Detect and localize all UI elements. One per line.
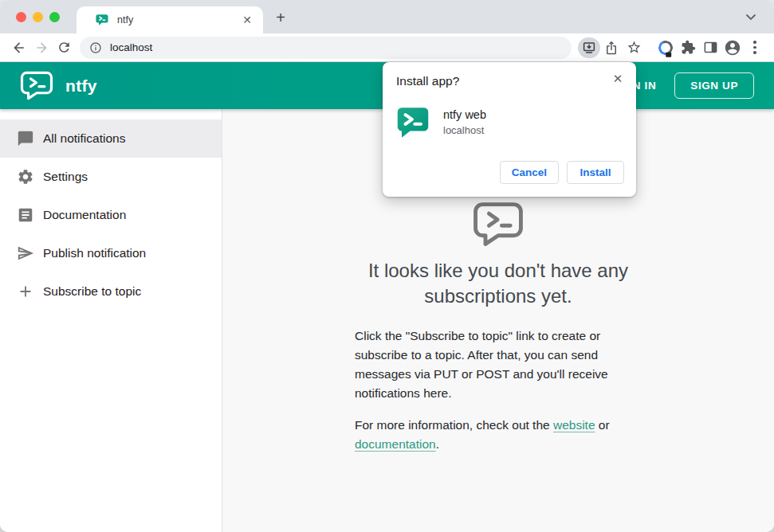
documentation-link[interactable]: documentation — [355, 437, 436, 451]
sidebar-item-publish-notification[interactable]: Publish notification — [0, 234, 222, 272]
sign-up-button[interactable]: SIGN UP — [674, 72, 754, 99]
ntfy-logo-icon — [20, 71, 53, 100]
sidebar-item-label: Subscribe to topic — [43, 284, 141, 299]
browser-menu-icon[interactable] — [744, 37, 766, 59]
sidebar-item-label: Publish notification — [43, 246, 146, 260]
links-paragraph-suffix: . — [436, 437, 439, 451]
gear-icon — [16, 167, 35, 186]
plus-icon — [16, 282, 35, 301]
dialog-title: Install app? — [396, 74, 623, 88]
traffic-lights — [16, 12, 60, 22]
website-link[interactable]: website — [553, 418, 595, 432]
url-text: localhost — [110, 41, 152, 53]
ntfy-app-icon — [396, 106, 430, 139]
sidebar-item-subscribe-to-topic[interactable]: Subscribe to topic — [0, 272, 222, 311]
profile-avatar[interactable] — [721, 37, 744, 59]
bookmark-star-icon[interactable] — [623, 37, 645, 59]
cancel-button[interactable]: Cancel — [500, 161, 559, 184]
install-app-icon[interactable] — [578, 37, 600, 59]
browser-toolbar: localhost — [0, 33, 774, 62]
sidebar-item-all-notifications[interactable]: All notifications — [0, 119, 222, 158]
browser-tab-ntfy[interactable]: ntfy ✕ — [77, 6, 263, 33]
dialog-close-icon[interactable]: ✕ — [609, 70, 627, 88]
address-bar[interactable]: localhost — [80, 37, 572, 59]
close-window-button[interactable] — [16, 12, 26, 22]
article-icon — [16, 205, 35, 225]
sidebar-item-settings[interactable]: Settings — [0, 158, 222, 196]
side-panel-icon[interactable] — [699, 37, 721, 59]
forward-icon[interactable] — [30, 37, 53, 59]
ntfy-favicon — [96, 14, 108, 26]
dialog-app-origin: localhost — [443, 124, 486, 136]
install-button[interactable]: Install — [567, 161, 624, 184]
ntfy-logo-gray-icon — [473, 201, 524, 247]
tab-title: ntfy — [117, 14, 239, 25]
sidebar-item-label: Settings — [43, 170, 88, 184]
empty-state-heading: It looks like you don't have any subscri… — [347, 258, 650, 309]
new-tab-button[interactable]: + — [271, 9, 290, 28]
site-info-icon[interactable] — [89, 41, 102, 54]
links-paragraph-middle: or — [595, 418, 610, 432]
dialog-app-name: ntfy web — [443, 108, 486, 121]
sidebar-item-label: Documentation — [43, 208, 126, 222]
reload-icon[interactable] — [53, 37, 75, 59]
browser-window: ntfy ✕ + localhost — [0, 0, 774, 532]
zoom-window-button[interactable] — [49, 12, 60, 22]
share-icon[interactable] — [600, 37, 623, 59]
empty-state-links-paragraph: For more information, check out the webs… — [355, 416, 642, 454]
privacy-extension-icon[interactable] — [654, 37, 677, 59]
empty-state-paragraph: Click the "Subscribe to topic" link to c… — [355, 327, 642, 403]
sidebar-nav: All notifications Settings Documentation… — [0, 109, 222, 532]
install-app-dialog: Install app? ✕ ntfy web localhost Cancel… — [383, 62, 636, 197]
back-icon[interactable] — [8, 37, 30, 59]
empty-state: It looks like you don't have any subscri… — [339, 201, 658, 454]
chat-icon — [16, 129, 35, 148]
links-paragraph-prefix: For more information, check out the — [355, 418, 553, 432]
app-title: ntfy — [65, 76, 97, 96]
tab-search-chevron-icon[interactable] — [745, 7, 756, 26]
extensions-puzzle-icon[interactable] — [677, 37, 699, 59]
close-tab-icon[interactable]: ✕ — [239, 12, 255, 28]
sidebar-item-documentation[interactable]: Documentation — [0, 196, 222, 234]
tab-strip: ntfy ✕ + — [0, 0, 774, 33]
send-icon — [16, 244, 35, 263]
sidebar-item-label: All notifications — [43, 131, 125, 146]
minimize-window-button[interactable] — [33, 12, 43, 22]
